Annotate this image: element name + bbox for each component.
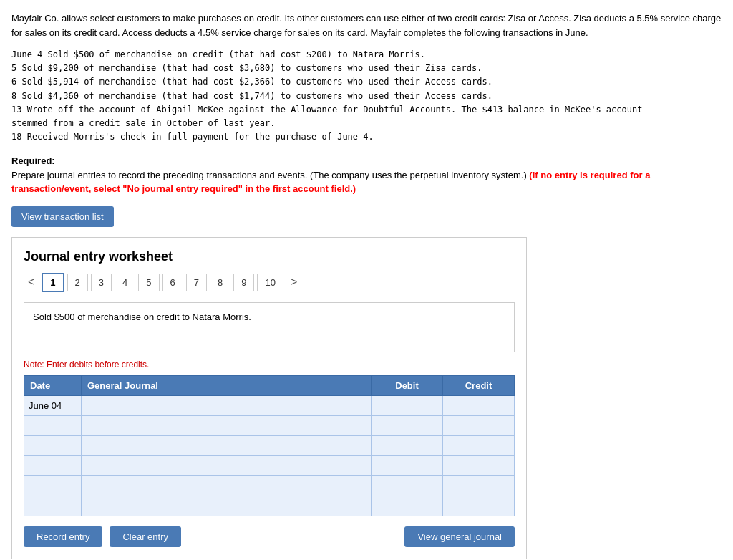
date-input-6[interactable] — [24, 496, 81, 516]
note-text: Note: Enter debits before credits. — [24, 359, 515, 370]
debit-cell-1[interactable] — [372, 395, 443, 415]
date-cell-3[interactable] — [24, 435, 82, 455]
transaction-item: 5 Sold $9,200 of merchandise (that had c… — [11, 62, 722, 75]
transaction-item: 13 Wrote off the account of Abigail McKe… — [11, 103, 722, 117]
credit-input-2[interactable] — [443, 416, 514, 435]
journal-input-4[interactable] — [82, 456, 371, 475]
transaction-description: Sold $500 of merchandise on credit to Na… — [24, 302, 515, 352]
tab-prev-arrow[interactable]: < — [24, 273, 39, 291]
intro-paragraph: Mayfair Co. allows select customers to m… — [11, 11, 722, 39]
description-text: Sold $500 of merchandise on credit to Na… — [33, 312, 251, 322]
col-header-credit: Credit — [443, 375, 515, 395]
journal-cell-2[interactable] — [82, 415, 372, 435]
required-text: Prepare journal entries to record the pr… — [11, 170, 527, 180]
credit-input-6[interactable] — [443, 496, 514, 516]
bottom-buttons: Record entry Clear entry View general jo… — [24, 526, 515, 547]
journal-cell-5[interactable] — [82, 475, 372, 496]
date-input-2[interactable] — [24, 416, 81, 435]
tab-2[interactable]: 2 — [67, 274, 88, 291]
credit-cell-1[interactable] — [443, 395, 515, 415]
view-transaction-list-button[interactable]: View transaction list — [11, 206, 114, 227]
debit-cell-5[interactable] — [372, 475, 443, 496]
table-row — [24, 435, 515, 455]
debit-input-6[interactable] — [372, 496, 442, 516]
table-row — [24, 455, 515, 475]
worksheet-title: Journal entry worksheet — [24, 249, 515, 264]
worksheet-container: Journal entry worksheet < 1 2 3 4 5 6 7 … — [11, 237, 527, 559]
date-input-4[interactable] — [24, 456, 81, 475]
date-cell-1[interactable] — [24, 395, 82, 415]
journal-cell-4[interactable] — [82, 455, 372, 475]
record-entry-button[interactable]: Record entry — [24, 526, 102, 547]
date-input-5[interactable] — [24, 476, 81, 496]
debit-cell-6[interactable] — [372, 496, 443, 516]
transaction-item: 8 Sold $4,360 of merchandise (that had c… — [11, 90, 722, 103]
view-general-journal-button[interactable]: View general journal — [404, 526, 515, 547]
journal-input-2[interactable] — [82, 416, 371, 435]
col-header-date: Date — [24, 375, 82, 395]
intro-text: Mayfair Co. allows select customers to m… — [11, 13, 721, 38]
debit-cell-2[interactable] — [372, 415, 443, 435]
journal-input-5[interactable] — [82, 476, 371, 496]
tab-next-arrow[interactable]: > — [286, 273, 301, 291]
credit-input-1[interactable] — [443, 396, 514, 415]
debit-input-1[interactable] — [372, 396, 442, 415]
tab-navigation: < 1 2 3 4 5 6 7 8 9 10 > — [24, 273, 515, 292]
transaction-item: 18 Received Morris's check in full payme… — [11, 130, 722, 144]
transaction-item: 6 Sold $5,914 of merchandise (that had c… — [11, 75, 722, 89]
debit-input-4[interactable] — [372, 456, 442, 475]
date-cell-5[interactable] — [24, 475, 82, 496]
debit-cell-4[interactable] — [372, 455, 443, 475]
tab-7[interactable]: 7 — [186, 274, 207, 291]
date-cell-2[interactable] — [24, 415, 82, 435]
tab-1[interactable]: 1 — [42, 273, 64, 292]
tab-3[interactable]: 3 — [91, 274, 112, 291]
table-row — [24, 496, 515, 516]
credit-input-5[interactable] — [443, 476, 514, 496]
credit-cell-4[interactable] — [443, 455, 515, 475]
table-row — [24, 415, 515, 435]
date-cell-4[interactable] — [24, 455, 82, 475]
tab-5[interactable]: 5 — [138, 274, 159, 291]
credit-cell-6[interactable] — [443, 496, 515, 516]
table-row — [24, 475, 515, 496]
credit-input-4[interactable] — [443, 456, 514, 475]
debit-cell-3[interactable] — [372, 435, 443, 455]
col-header-journal: General Journal — [82, 375, 372, 395]
col-header-debit: Debit — [372, 375, 443, 395]
transactions-list: June 4 Sold $500 of merchandise on credi… — [11, 48, 722, 144]
credit-input-3[interactable] — [443, 436, 514, 455]
table-row — [24, 395, 515, 415]
debit-input-3[interactable] — [372, 436, 442, 455]
debit-input-2[interactable] — [372, 416, 442, 435]
transaction-item: stemmed from a credit sale in October of… — [11, 117, 722, 130]
required-label: Required: — [11, 155, 55, 166]
journal-cell-1[interactable] — [82, 395, 372, 415]
credit-cell-2[interactable] — [443, 415, 515, 435]
journal-table: Date General Journal Debit Credit — [24, 375, 515, 516]
date-input-1[interactable] — [24, 396, 81, 415]
journal-cell-6[interactable] — [82, 496, 372, 516]
tab-4[interactable]: 4 — [115, 274, 135, 291]
clear-entry-button[interactable]: Clear entry — [110, 526, 181, 547]
credit-cell-3[interactable] — [443, 435, 515, 455]
tab-6[interactable]: 6 — [162, 274, 183, 291]
tab-8[interactable]: 8 — [210, 274, 230, 291]
journal-input-1[interactable] — [82, 396, 371, 415]
tab-10[interactable]: 10 — [257, 274, 283, 291]
transaction-item: June 4 Sold $500 of merchandise on credi… — [11, 48, 722, 62]
date-cell-6[interactable] — [24, 496, 82, 516]
journal-input-3[interactable] — [82, 436, 371, 455]
journal-cell-3[interactable] — [82, 435, 372, 455]
journal-input-6[interactable] — [82, 496, 371, 516]
debit-input-5[interactable] — [372, 476, 442, 496]
required-section: Required: Prepare journal entries to rec… — [11, 154, 722, 196]
tab-9[interactable]: 9 — [233, 274, 254, 291]
date-input-3[interactable] — [24, 436, 81, 455]
credit-cell-5[interactable] — [443, 475, 515, 496]
